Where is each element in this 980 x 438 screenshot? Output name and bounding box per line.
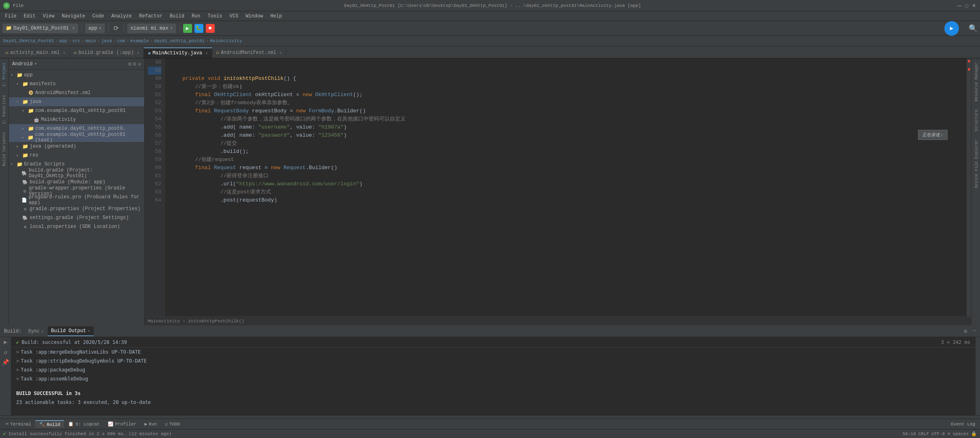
gradle-icon: ◻ [74,50,76,55]
footer-tab-run[interactable]: ▶ Run [141,421,161,427]
tree-item-local-properties[interactable]: ⚙ local.properties (SDK Location) [9,222,144,231]
nav-part-0[interactable]: Day01_OkHttp_Post01 [3,39,54,43]
left-vtab-2[interactable]: 2: Favorites [1,91,8,128]
java-icon: ◼ [148,51,150,56]
tree-item-proguard[interactable]: 📄 proguard-rules.pro (ProGuard Rules for… [9,195,144,204]
bottom-panel: Build: Sync ✕ Build Output ✕ ⚙ − ▶ ↺ 📌 [0,325,980,419]
output-line-4: > Task :app:assembleDebug [11,374,975,383]
status-message: Install successfully finished in 2 s 996… [9,432,172,436]
device-dropdown[interactable]: xiaomi mi max ▾ [127,24,176,33]
bottom-left-icons: ▶ ↺ 📌 [0,337,11,415]
footer-tab-logcat[interactable]: 📋 6: Logcat [64,421,103,427]
nav-part-6[interactable]: example [130,39,149,43]
tree-item-res[interactable]: ▸ 📁 res [9,151,144,160]
tree-item-manifests[interactable]: ▾ 📁 manifests [9,79,144,88]
debug-button[interactable]: 🐛 [194,24,203,33]
footer-tab-todo[interactable]: ☑ TODO [161,421,184,427]
rsidebar-structure[interactable]: Structure [971,105,980,135]
sidebar-header: Android ▾ ⚙ ⊟ ✕ [9,58,144,70]
editor-tabbar: ◻ activity_main.xml ✕ ◻ build.gradle (:a… [0,46,980,58]
menu-analyze[interactable]: Analyze [108,13,135,20]
menu-code[interactable]: Code [89,13,107,20]
build-left-icon-3[interactable]: 📌 [2,359,9,366]
tree-item-androidmanifest[interactable]: 🅐 AndroidManifest.xml [9,88,144,97]
menu-window[interactable]: Window [242,13,266,20]
app-dropdown[interactable]: app ▾ [85,24,105,33]
code-content[interactable]: private void initokhttpPostChilk() { //第… [165,58,966,316]
tab-build-output[interactable]: Build Output ✕ [48,326,93,336]
menu-navigate[interactable]: Navigate [58,13,88,20]
rsidebar-device-explorer[interactable]: Device File Explorer [971,135,980,192]
menu-build[interactable]: Build [167,13,188,20]
left-vtab-1[interactable]: 1: Project [1,58,8,91]
code-editor[interactable]: 48 50 49 50 51 52 53 54 55 56 57 58 59 6… [145,58,971,316]
maximize-button[interactable]: □ [964,3,969,9]
tree-item-gradle-properties[interactable]: ⚙ gradle.properties (Project Properties) [9,204,144,213]
build-left-icon-1[interactable]: ▶ [4,339,7,346]
build-status-line: ✔ Build: successful at 2020/5/28 14:39 3… [11,337,975,348]
output-line-3: > Task :app:packageDebug [11,365,975,374]
sync-tab-close[interactable]: ✕ [41,329,44,334]
build-left-icon-2[interactable]: ↺ [4,349,7,356]
tab-build-gradle[interactable]: ◻ build.gradle (:app) ✕ [70,47,144,58]
build-status-text: Build: successful at 2020/5/28 14:39 [21,339,127,345]
nav-part-1[interactable]: app [59,39,67,43]
menu-help[interactable]: Help [267,13,285,20]
run-button[interactable]: ▶ [183,24,192,33]
footer-tab-terminal[interactable]: ⌨ Terminal [2,421,35,427]
tree-item-com-example[interactable]: ▾ 📁 com.example.day01_okhttp_post01 [9,106,144,115]
tree-item-mainactivity[interactable]: 🤖 MainActivity [9,115,144,124]
menu-edit[interactable]: Edit [21,13,39,20]
chevron-down-icon-2: ▾ [99,25,102,31]
minimize-button[interactable]: — [957,3,962,9]
xml-icon: ◻ [6,50,8,55]
tab-close-4[interactable]: ✕ [280,50,282,55]
sync-button[interactable]: ⟳ [112,24,120,32]
build-output-close[interactable]: ✕ [88,328,90,333]
event-log-button[interactable]: Event Log [948,422,978,427]
footer-tab-build[interactable]: 🔨 Build [35,420,64,428]
tree-item-java-generated[interactable]: ▸ 📁 java (generated) [9,142,144,151]
nav-part-3[interactable]: main [85,39,96,43]
tree-item-app[interactable]: ▾ 📁 app [9,71,144,79]
menu-tools[interactable]: Tools [205,13,226,20]
menu-run[interactable]: Run [188,13,204,20]
menu-refactor[interactable]: Refactor [136,13,166,20]
tree-item-java[interactable]: ▾ 📁 java [9,97,144,106]
tree-item-build-gradle-project[interactable]: 🐘 build.gradle (Project: Day01_OkHttp_Po… [9,169,144,178]
nav-part-7[interactable]: day01_okhttp_post01 [154,39,205,43]
rsidebar-resource-manager[interactable]: Resource Manager [971,58,980,105]
menu-file[interactable]: File [2,13,20,20]
tree-item-test[interactable]: ▸ 📁 com.example.day01_okhttp_post01 (tes… [9,133,144,142]
tab-close-2[interactable]: ✕ [137,50,139,55]
collapse-icon[interactable]: ⊟ [133,61,136,67]
project-dropdown[interactable]: 📁 Day01_OkHttp_Post01 ▾ [2,24,78,33]
menu-vcs[interactable]: VCS [226,13,242,20]
search-button[interactable]: 🔍 [969,24,978,33]
footer-tab-profiler[interactable]: 📈 Profiler [104,421,141,427]
bottom-collapse-icon[interactable]: − [970,328,978,334]
stop-button[interactable]: ■ [206,24,215,33]
menu-view[interactable]: View [40,13,58,20]
nav-part-8[interactable]: MainActivity [210,39,242,43]
tab-sync[interactable]: Sync ✕ [25,326,47,336]
tree-item-settings-gradle[interactable]: 🐘 settings.gradle (Project Settings) [9,213,144,222]
tab-close-3[interactable]: ✕ [205,51,208,56]
nav-part-4[interactable]: java [101,39,112,43]
build-footer-icon: 🔨 [39,422,45,427]
close-sidebar-icon[interactable]: ✕ [138,61,141,67]
line-numbers: 48 50 49 50 51 52 53 54 55 56 57 58 59 6… [145,58,165,316]
nav-part-5[interactable]: com [117,39,125,43]
left-vtab-3[interactable]: Build Variants [1,128,8,170]
run-indicator: ▶ [944,21,959,36]
tab-mainactivity[interactable]: ◼ MainActivity.java ✕ [144,47,212,58]
chevron-down-icon-3: ▾ [170,25,173,31]
close-button[interactable]: ✕ [971,3,977,9]
tab-androidmanifest[interactable]: ◻ AndroidManifest.xml ✕ [212,47,286,58]
bottom-settings-icon[interactable]: ⚙ [961,328,969,335]
tab-close-1[interactable]: ✕ [63,50,65,55]
settings-icon[interactable]: ⚙ [128,61,132,67]
nav-part-2[interactable]: src [72,39,80,43]
tab-activity-main[interactable]: ◻ activity_main.xml ✕ [2,47,70,58]
android-dropdown-label[interactable]: Android ▾ [12,61,37,67]
